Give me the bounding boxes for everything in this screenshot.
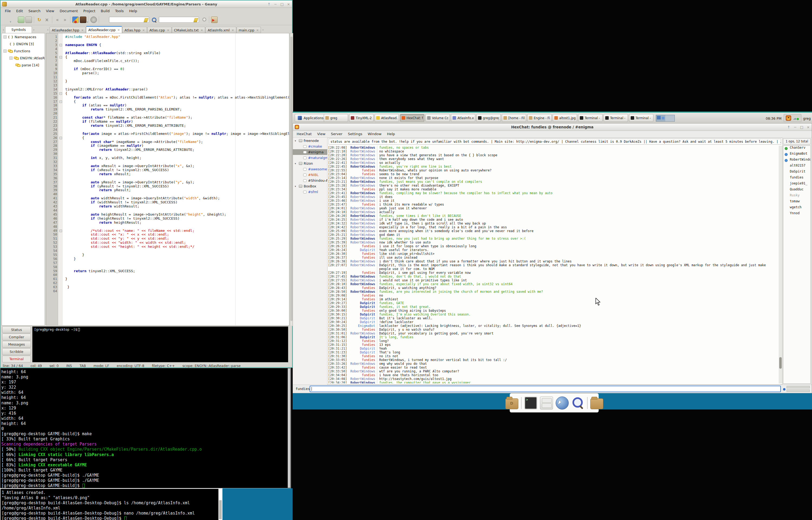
topic-bar[interactable]: status are available from the bot. !help… [329, 139, 781, 145]
nick[interactable]: RobertWindows [348, 184, 377, 187]
menu-project[interactable]: Project [81, 8, 98, 15]
symbol-engyn-atlasre[interactable]: −ENGYN::AtlasRe [2, 54, 45, 61]
tree-item-nibl[interactable]: #NIBL [293, 172, 327, 178]
chat-input[interactable] [310, 386, 781, 392]
nick[interactable]: DaSpirit [348, 301, 377, 305]
user-alt02157[interactable]: alt02157 [783, 163, 810, 170]
nick[interactable]: DaSpirit [348, 320, 377, 324]
nick[interactable]: RobertWindows [348, 332, 377, 335]
nick[interactable]: RobertWindows [348, 150, 377, 153]
taskbar-button-terminal[interactable]: Terminal - ... [578, 114, 603, 122]
menu-file[interactable]: File [2, 8, 13, 15]
message-tab-status[interactable]: Status [2, 327, 31, 333]
tree-item-freenode[interactable]: ▾freenode [293, 138, 327, 144]
quit-icon[interactable] [211, 17, 218, 23]
taskbar-button-atlasread[interactable]: AtlasRead... [374, 114, 399, 122]
nick[interactable] [348, 267, 377, 271]
xterm-scrollbar[interactable] [288, 368, 290, 488]
nick[interactable]: DaSpirit [348, 350, 377, 354]
menu-view[interactable]: View [43, 8, 57, 15]
tab-close-icon[interactable]: × [232, 27, 234, 33]
fold-marker-icon[interactable]: − [60, 230, 62, 232]
nick[interactable]: RobertWindows [348, 290, 377, 293]
nick[interactable]: DaSpirit [348, 335, 377, 339]
fold-marker-icon[interactable]: − [60, 93, 62, 95]
tab-close-icon[interactable]: × [167, 27, 169, 33]
message-tab-compiler[interactable]: Compiler [2, 334, 31, 340]
tab-close-icon[interactable]: × [142, 27, 145, 33]
taskbar-button-altost1-jpg[interactable]: altost1.jpg ... [553, 114, 577, 122]
expander-icon[interactable]: ▾ [295, 139, 298, 142]
dock-web-browser-icon[interactable] [556, 396, 569, 410]
nick[interactable]: DaSpirit [348, 248, 377, 252]
nick[interactable]: RobertWindows [348, 222, 377, 225]
expander-icon[interactable]: ▾ [295, 185, 298, 188]
nick[interactable]: fundies [348, 339, 377, 343]
taskbar-button-volume-co[interactable]: Volume Co... [425, 114, 450, 122]
menu-document[interactable]: Document [57, 8, 80, 15]
menu-edit[interactable]: Edit [13, 8, 26, 15]
save-icon[interactable] [18, 17, 24, 23]
tab-atlas-hpp[interactable]: Atlas.hpp× [122, 27, 147, 33]
nick[interactable]: fundies [348, 187, 377, 191]
nick[interactable]: fundies [348, 293, 377, 297]
geany-titlebar[interactable]: AtlasReader.cpp - /home/greg/ownCloud/GA… [1, 1, 292, 8]
symbol-parse-14[interactable]: parse [14] [2, 61, 45, 69]
search-icon[interactable] [151, 17, 157, 23]
nick[interactable]: RobertWindows [348, 377, 377, 381]
hexchat-menu-hexchat[interactable]: HexChat [294, 131, 314, 137]
owncloud-sync-icon[interactable]: ☁ [793, 115, 799, 121]
nick[interactable]: RobertWindows [348, 275, 377, 279]
sidebar-scroll-left-icon[interactable]: ‹ [2, 27, 5, 33]
tree-item-enigma[interactable]: #enigma [293, 149, 327, 155]
nick[interactable]: RobertWindows [348, 259, 377, 263]
nick[interactable]: RobertWindows [348, 233, 377, 237]
goto-icon[interactable] [201, 17, 207, 23]
nick[interactable]: RobertWindows [348, 369, 377, 373]
hexchat-menu-settings[interactable]: Settings [345, 131, 365, 137]
fold-marker-icon[interactable]: − [60, 137, 62, 139]
menu-search[interactable]: Search [26, 8, 43, 15]
taskbar-button-hexchat-f[interactable]: HexChat: f... [400, 114, 424, 122]
user-enigmabot[interactable]: EnigmaBot [783, 152, 810, 158]
save-all-icon[interactable] [25, 17, 32, 23]
tree-item-rizon[interactable]: ▾Rizon [293, 161, 327, 166]
taskbar-button-terminal[interactable]: Terminal - ... [604, 114, 628, 122]
geany-shade-button-icon[interactable]: ↑ [267, 1, 271, 8]
nick[interactable]: fundies [348, 168, 377, 172]
nick[interactable]: RobertWindows [348, 195, 377, 199]
nick[interactable]: RobertWindows [348, 191, 377, 195]
open-folder-icon[interactable]: ∨ [10, 17, 17, 23]
hexchat-titlebar[interactable]: HexChat: fundies @ freenode / #enigma ↑−… [293, 124, 812, 131]
nick[interactable]: fundies [348, 252, 377, 256]
user-chanserv[interactable]: ChanServ [783, 146, 810, 152]
symbol-engyn-3[interactable]: { }ENGYN [3] [2, 41, 45, 47]
tab-atlas-cpp[interactable]: Atlas.cpp× [147, 27, 172, 33]
nick[interactable]: RobertWindows [348, 282, 377, 286]
build-icon[interactable]: ∨ [80, 17, 86, 23]
nick[interactable]: RobertWindows [348, 153, 377, 157]
user-rusky[interactable]: Rusky [783, 193, 810, 199]
menu-help[interactable]: Help [127, 8, 140, 15]
tree-item-cmake[interactable]: #cmake [293, 144, 327, 149]
applications-menu-button[interactable]: Applications [295, 114, 327, 122]
nick[interactable]: RobertWindows [348, 180, 377, 184]
terminal2-scrollbar[interactable] [218, 489, 222, 520]
goto-input[interactable] [159, 17, 199, 23]
taskbar-button-tinyxml-2[interactable]: TinyXML-2:... [349, 114, 373, 122]
symbol-namespaces[interactable]: −{ }Namespaces [2, 33, 45, 41]
tab-atlasinfo-xml[interactable]: AtlasInfo.xml× [205, 27, 236, 33]
tab-close-icon[interactable]: × [256, 27, 259, 33]
geany-close-button-icon[interactable]: × [287, 1, 290, 8]
execute-icon[interactable] [90, 17, 97, 23]
taskbar-button-greg[interactable]: greg [324, 114, 348, 122]
dock-folder-d-icon[interactable] [505, 398, 518, 409]
userlist-scroll-lower[interactable] [787, 389, 810, 392]
compile-icon[interactable] [72, 17, 79, 23]
geany-embedded-terminal[interactable]: [greg@greg-desktop ~]$ [32, 327, 288, 362]
nick[interactable]: RobertWindows [348, 381, 377, 384]
hexchat-menu-server[interactable]: Server [328, 131, 345, 137]
nick[interactable]: RobertWindows [348, 263, 377, 267]
expander-icon[interactable]: − [9, 57, 12, 59]
hexchat-shade-button-icon[interactable]: ↑ [787, 124, 791, 131]
